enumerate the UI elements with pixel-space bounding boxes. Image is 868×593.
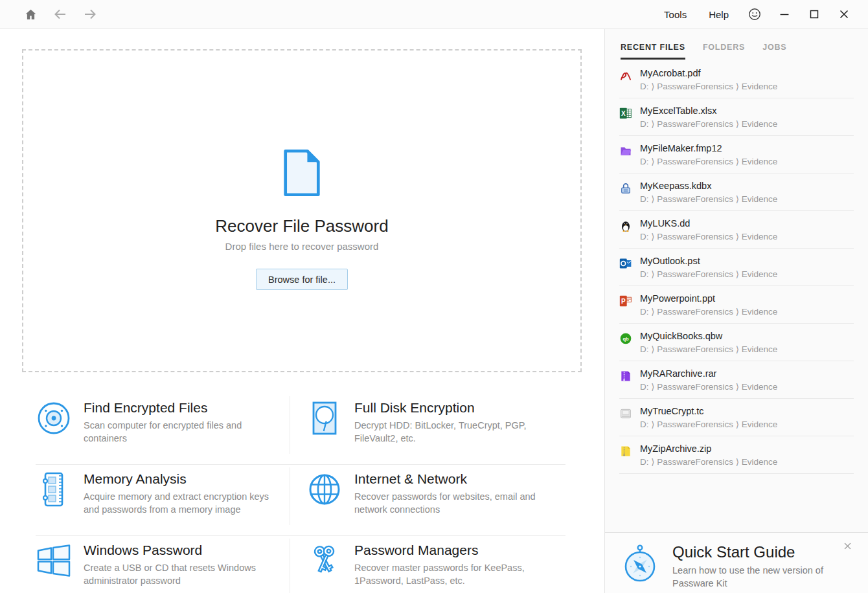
file-path: D: ⟩ PasswareForensics ⟩ Evidence bbox=[640, 269, 777, 279]
feature-title: Find Encrypted Files bbox=[84, 400, 281, 416]
file-name: MyFileMaker.fmp12 bbox=[640, 143, 777, 153]
file-row-zip[interactable]: MyZipArchive.zipD: ⟩ PasswareForensics ⟩… bbox=[619, 436, 854, 474]
feature-password-managers[interactable]: Password Managers Recover master passwor… bbox=[290, 536, 565, 593]
quickbooks-icon: qb bbox=[619, 332, 632, 345]
tab-recent-files[interactable]: RECENT FILES bbox=[621, 43, 685, 60]
file-drop-zone[interactable]: Recover File Password Drop files here to… bbox=[22, 49, 582, 372]
feedback-button[interactable] bbox=[740, 3, 770, 25]
sidebar: RECENT FILES FOLDERS JOBS MyAcrobat.pdfD… bbox=[604, 29, 868, 593]
radar-icon bbox=[36, 400, 72, 436]
minimize-icon bbox=[777, 7, 792, 21]
quick-start-guide-panel[interactable]: Quick Start Guide Learn how to use the n… bbox=[605, 532, 868, 593]
globe-icon bbox=[306, 471, 343, 508]
feature-description: Scan computer for encrypted files and co… bbox=[84, 419, 281, 445]
disk-search-icon bbox=[306, 400, 343, 436]
rar-archive-icon bbox=[619, 370, 632, 383]
feature-title: Windows Password bbox=[84, 543, 281, 558]
linux-penguin-icon bbox=[619, 219, 632, 232]
feature-text: Windows Password Create a USB or CD that… bbox=[84, 543, 281, 593]
file-path: D: ⟩ PasswareForensics ⟩ Evidence bbox=[640, 81, 777, 91]
feature-find-encrypted-files[interactable]: Find Encrypted Files Scan computer for e… bbox=[36, 394, 290, 465]
file-row-keepass[interactable]: MyKeepass.kdbxD: ⟩ PasswareForensics ⟩ E… bbox=[619, 173, 854, 211]
feature-windows-password[interactable]: Windows Password Create a USB or CD that… bbox=[36, 536, 290, 593]
tab-folders[interactable]: FOLDERS bbox=[703, 43, 745, 60]
file-path: D: ⟩ PasswareForensics ⟩ Evidence bbox=[640, 306, 777, 317]
file-path: D: ⟩ PasswareForensics ⟩ Evidence bbox=[640, 118, 777, 129]
recent-files-list: MyAcrobat.pdfD: ⟩ PasswareForensics ⟩ Ev… bbox=[605, 61, 868, 474]
menu-tools[interactable]: Tools bbox=[653, 3, 698, 26]
quick-start-close-button[interactable] bbox=[839, 538, 855, 554]
file-name: MyRARarchive.rar bbox=[640, 368, 777, 379]
file-row-truecrypt[interactable]: MyTrueCrypt.tcD: ⟩ PasswareForensics ⟩ E… bbox=[619, 399, 854, 436]
file-row-outlook[interactable]: MyOutlook.pstD: ⟩ PasswareForensics ⟩ Ev… bbox=[619, 249, 854, 286]
memory-module-icon bbox=[36, 471, 72, 508]
minimize-button[interactable] bbox=[770, 3, 799, 25]
back-arrow-icon bbox=[52, 6, 68, 22]
file-name: MyExcelTable.xlsx bbox=[640, 106, 777, 116]
feature-description: Recover master passwords for KeePass, 1P… bbox=[354, 561, 542, 587]
main-content: Recover File Password Drop files here to… bbox=[0, 29, 604, 593]
feature-description: Create a USB or CD that resets Windows a… bbox=[84, 561, 281, 587]
truecrypt-disk-icon bbox=[619, 407, 632, 420]
feature-text: Memory Analysis Acquire memory and extra… bbox=[84, 471, 281, 535]
feature-full-disk-encryption[interactable]: Full Disk Encryption Decrypt HDD: BitLoc… bbox=[290, 394, 565, 465]
file-row-acrobat[interactable]: MyAcrobat.pdfD: ⟩ PasswareForensics ⟩ Ev… bbox=[619, 61, 854, 98]
feature-title: Internet & Network bbox=[354, 471, 542, 487]
feature-text: Full Disk Encryption Decrypt HDD: BitLoc… bbox=[354, 400, 542, 464]
file-row-powerpoint[interactable]: P MyPowerpoint.pptD: ⟩ PasswareForensics… bbox=[619, 286, 854, 324]
feature-title: Memory Analysis bbox=[84, 471, 281, 487]
file-path: D: ⟩ PasswareForensics ⟩ Evidence bbox=[640, 344, 777, 354]
quick-start-title: Quick Start Guide bbox=[672, 543, 839, 561]
feature-text: Find Encrypted Files Scan computer for e… bbox=[84, 400, 281, 464]
file-row-filemaker[interactable]: MyFileMaker.fmp12D: ⟩ PasswareForensics … bbox=[619, 136, 854, 173]
file-path: D: ⟩ PasswareForensics ⟩ Evidence bbox=[640, 456, 777, 467]
file-name: MyOutlook.pst bbox=[640, 256, 777, 266]
file-name: MyKeepass.kdbx bbox=[640, 181, 777, 191]
feature-grid: Find Encrypted Files Scan computer for e… bbox=[36, 394, 565, 593]
file-row-luks[interactable]: MyLUKS.ddD: ⟩ PasswareForensics ⟩ Eviden… bbox=[619, 211, 854, 249]
forward-button[interactable] bbox=[78, 4, 102, 25]
feature-text: Internet & Network Recover passwords for… bbox=[354, 471, 542, 535]
powerpoint-file-icon: P bbox=[619, 295, 632, 308]
windows-logo-icon bbox=[36, 543, 72, 579]
tab-jobs[interactable]: JOBS bbox=[762, 43, 786, 60]
feature-title: Password Managers bbox=[354, 543, 542, 558]
title-bar: Tools Help bbox=[0, 0, 868, 29]
excel-file-icon: X bbox=[619, 107, 632, 120]
maximize-icon bbox=[807, 7, 821, 21]
home-icon bbox=[24, 8, 38, 21]
document-icon bbox=[282, 148, 321, 198]
file-path: D: ⟩ PasswareForensics ⟩ Evidence bbox=[640, 194, 777, 204]
file-row-rar[interactable]: MyRARarchive.rarD: ⟩ PasswareForensics ⟩… bbox=[619, 361, 854, 399]
pdf-file-icon bbox=[619, 69, 632, 82]
close-icon bbox=[843, 541, 852, 551]
close-button[interactable] bbox=[829, 3, 859, 25]
feature-internet-network[interactable]: Internet & Network Recover passwords for… bbox=[290, 465, 565, 536]
file-path: D: ⟩ PasswareForensics ⟩ Evidence bbox=[640, 381, 777, 392]
file-name: MyAcrobat.pdf bbox=[640, 68, 777, 78]
file-path: D: ⟩ PasswareForensics ⟩ Evidence bbox=[640, 231, 777, 241]
svg-text:qb: qb bbox=[622, 336, 629, 342]
zip-archive-icon bbox=[619, 445, 632, 458]
browse-for-file-button[interactable]: Browse for file... bbox=[256, 269, 348, 290]
feature-memory-analysis[interactable]: Memory Analysis Acquire memory and extra… bbox=[36, 465, 290, 536]
file-path: D: ⟩ PasswareForensics ⟩ Evidence bbox=[640, 419, 777, 429]
file-name: MyZipArchive.zip bbox=[640, 443, 777, 454]
maximize-button[interactable] bbox=[799, 3, 829, 25]
dropzone-title: Recover File Password bbox=[215, 216, 388, 236]
feature-title: Full Disk Encryption bbox=[354, 400, 542, 416]
file-name: MyQuickBooks.qbw bbox=[640, 331, 777, 341]
file-row-excel[interactable]: X MyExcelTable.xlsxD: ⟩ PasswareForensic… bbox=[619, 98, 854, 136]
file-name: MyLUKS.dd bbox=[640, 218, 777, 229]
compass-icon bbox=[622, 543, 658, 583]
sidebar-tabs: RECENT FILES FOLDERS JOBS bbox=[605, 29, 868, 60]
home-button[interactable] bbox=[18, 4, 43, 25]
outlook-file-icon bbox=[619, 257, 632, 270]
file-row-quickbooks[interactable]: qb MyQuickBooks.qbwD: ⟩ PasswareForensic… bbox=[619, 324, 854, 361]
file-name: MyTrueCrypt.tc bbox=[640, 406, 777, 416]
feature-description: Recover passwords for websites, email an… bbox=[354, 490, 542, 516]
svg-text:P: P bbox=[621, 298, 626, 305]
menu-help[interactable]: Help bbox=[698, 3, 740, 26]
filemaker-file-icon bbox=[619, 144, 632, 157]
back-button[interactable] bbox=[48, 4, 73, 25]
